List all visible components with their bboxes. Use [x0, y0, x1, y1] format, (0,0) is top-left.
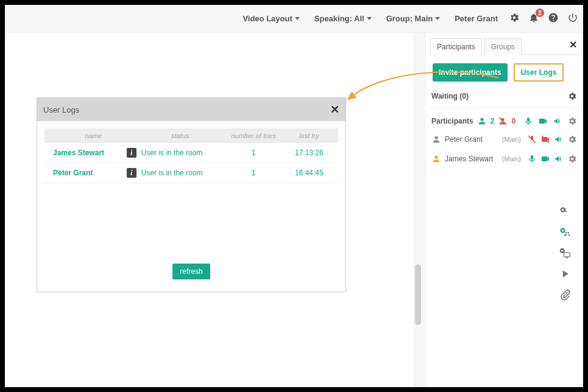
row-last: 17:13:26: [284, 149, 335, 157]
refresh-button[interactable]: refresh: [172, 264, 210, 279]
row-settings-icon[interactable]: [567, 116, 577, 126]
person-off-icon: [498, 116, 508, 126]
table-header: name status: number of tries last try: [44, 128, 338, 143]
caret-down-icon: [367, 17, 372, 20]
dialog-header: User Logs ✕: [37, 98, 345, 121]
speaking-menu[interactable]: Speaking: All: [314, 14, 372, 23]
camera-person-icon[interactable]: [559, 206, 571, 218]
participants-label: Participants: [431, 117, 473, 125]
caret-down-icon: [295, 17, 300, 20]
caret-down-icon: [435, 17, 440, 20]
help-icon[interactable]: [548, 12, 559, 25]
row-tries: 1: [224, 169, 284, 177]
participant-row: James Stewart (Main): [425, 149, 583, 169]
panel-tabs: Participants Groups ✕: [425, 33, 583, 54]
side-tool-icons: [559, 206, 571, 301]
scrollbar-thumb[interactable]: [415, 264, 421, 325]
row-status: User is in the room: [141, 169, 203, 177]
scrollbar-track[interactable]: [414, 33, 423, 387]
waiting-section-header: Waiting (0): [425, 88, 583, 105]
tab-participants[interactable]: Participants: [430, 38, 482, 55]
mic-off-icon[interactable]: [527, 135, 537, 144]
volume-icon[interactable]: [554, 135, 564, 144]
participants-header: Participants 2 0: [425, 110, 583, 130]
notification-badge: 2: [536, 9, 544, 17]
mic-icon[interactable]: [527, 154, 537, 164]
row-settings-icon[interactable]: [567, 154, 577, 164]
close-icon[interactable]: ✕: [330, 103, 339, 116]
volume-icon[interactable]: [554, 154, 564, 164]
participant-name: Peter Grant: [445, 135, 483, 144]
invite-participants-button[interactable]: Invite participants: [433, 63, 508, 82]
video-layout-menu[interactable]: Video Layout: [243, 14, 299, 23]
mic-icon[interactable]: [523, 116, 533, 126]
waiting-settings-icon[interactable]: [567, 91, 577, 101]
video-icon[interactable]: [538, 116, 548, 126]
row-last: 16:44:45: [284, 169, 335, 177]
participant-room: (Main): [502, 136, 521, 143]
participant-name: James Stewart: [445, 155, 493, 163]
participant-room: (Main): [502, 155, 521, 163]
video-layout-label: Video Layout: [243, 14, 292, 23]
volume-icon[interactable]: [553, 116, 562, 126]
row-name: Peter Grant: [53, 169, 93, 177]
table-row: Peter Grant i User is in the room 1 16:4…: [44, 163, 338, 183]
row-settings-icon[interactable]: [567, 135, 577, 144]
close-panel-icon[interactable]: ✕: [569, 39, 577, 51]
person-icon: [477, 116, 487, 126]
col-tries: number of tries: [224, 132, 284, 139]
svg-rect-5: [564, 253, 570, 257]
col-status: status:: [139, 132, 224, 139]
dialog-title: User Logs: [43, 105, 79, 114]
person-icon: [431, 135, 441, 144]
muted-count: 0: [511, 117, 515, 125]
settings-icon[interactable]: [509, 12, 520, 25]
svg-point-3: [562, 229, 564, 231]
person-icon: [431, 154, 441, 164]
active-count: 2: [491, 117, 495, 125]
table-row: James Stewart i User is in the room 1 17…: [44, 143, 338, 163]
user-logs-button[interactable]: User Logs: [514, 63, 564, 82]
row-tries: 1: [224, 149, 284, 157]
participant-row: Peter Grant (Main): [425, 130, 583, 149]
play-icon[interactable]: [559, 268, 571, 280]
attachment-icon[interactable]: [559, 289, 571, 301]
tab-groups[interactable]: Groups: [484, 38, 522, 55]
speaking-label: Speaking: All: [314, 14, 364, 23]
row-name: James Stewart: [53, 149, 104, 157]
video-icon[interactable]: [540, 154, 550, 164]
svg-point-1: [562, 209, 564, 211]
info-icon[interactable]: i: [127, 168, 136, 178]
user-logs-dialog: User Logs ✕ name status: number of tries…: [37, 97, 346, 292]
current-user-name: Peter Grant: [455, 14, 498, 23]
side-strip: [406, 33, 425, 387]
group-label: Group: Main: [386, 14, 433, 23]
notifications-icon[interactable]: 2: [528, 12, 539, 25]
col-name: name: [48, 132, 139, 139]
top-bar: Video Layout Speaking: All Group: Main P…: [5, 5, 583, 33]
info-icon[interactable]: i: [127, 148, 136, 158]
screen-share-icon[interactable]: [559, 247, 571, 259]
camera-group-icon[interactable]: [559, 226, 571, 239]
power-icon[interactable]: [567, 12, 578, 25]
video-off-icon[interactable]: [540, 135, 550, 144]
waiting-label: Waiting (0): [431, 92, 469, 100]
col-last: last try: [284, 132, 335, 139]
group-menu[interactable]: Group: Main: [386, 14, 441, 23]
row-status: User is in the room: [141, 149, 203, 157]
